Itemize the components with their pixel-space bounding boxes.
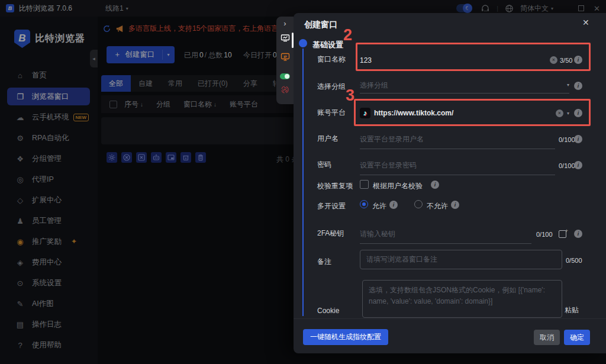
info-icon[interactable]: i	[574, 161, 582, 169]
otp-generate-icon[interactable]: +	[559, 230, 566, 238]
username-counter: 0/100	[559, 136, 575, 143]
rail-expand-chevron-icon[interactable]: ›	[276, 19, 294, 28]
section-progress-line	[302, 49, 304, 316]
annotation-step-2: 2	[343, 26, 352, 44]
app-window: B 比特浏览器 7.0.6 线路1▾ ☾ | 简体中文▾ ✕ B 比特浏览器 ◂…	[0, 0, 606, 364]
group-select-input[interactable]	[360, 81, 563, 89]
section-title: 基础设置	[312, 40, 343, 50]
section-step-dot	[299, 39, 307, 47]
dup-check-label: 校验重复项	[317, 181, 353, 191]
info-icon[interactable]: i	[389, 201, 398, 209]
cookie-label: Cookie	[317, 307, 339, 315]
password-field	[360, 155, 555, 175]
tfa-counter: 0/100	[536, 231, 553, 238]
remark-counter: 0/500	[566, 257, 582, 264]
rail-fingerprint-icon[interactable]	[276, 85, 294, 96]
info-icon[interactable]: i	[574, 230, 582, 238]
deny-radio[interactable]	[414, 200, 423, 208]
password-input[interactable]	[360, 161, 555, 169]
create-window-dialog: 创建窗口 ✕ 基础设置 窗口名称 × 3/50 i 选择分组 ▾ i 账号平台 …	[294, 13, 606, 353]
generate-fingerprint-button[interactable]: 一键随机生成指纹配置	[303, 329, 388, 345]
allow-label: 允许	[372, 201, 386, 211]
tfa-input[interactable]	[360, 230, 531, 238]
info-icon[interactable]: i	[574, 82, 582, 90]
cookie-textarea[interactable]	[362, 280, 562, 318]
chevron-down-icon[interactable]: ▾	[567, 82, 569, 88]
svg-text:IP: IP	[283, 55, 287, 59]
cancel-button[interactable]: 取消	[534, 330, 560, 345]
allow-radio[interactable]	[360, 200, 368, 208]
username-label: 用户名	[317, 134, 339, 144]
dup-check-option-label: 根据用户名校验	[373, 181, 423, 191]
password-counter: 0/100	[559, 162, 575, 169]
info-icon[interactable]: i	[431, 181, 439, 189]
password-label: 密码	[317, 160, 331, 170]
rail-proxy-ip-icon[interactable]: IP	[276, 52, 294, 64]
info-icon[interactable]: i	[574, 135, 582, 143]
tfa-label: 2FA秘钥	[317, 228, 344, 239]
remark-label: 备注	[317, 257, 331, 267]
confirm-button[interactable]: 确定	[564, 330, 590, 345]
info-icon[interactable]: i	[451, 201, 459, 209]
deny-label: 不允许	[427, 201, 448, 211]
dup-check-checkbox[interactable]	[360, 180, 369, 189]
tfa-field	[360, 224, 531, 244]
annotation-highlight-platform	[354, 99, 591, 126]
dialog-side-rail: › IP	[276, 17, 294, 104]
dialog-title: 创建窗口	[304, 20, 337, 30]
dialog-footer: 一键随机生成指纹配置 取消 确定	[294, 318, 606, 353]
username-input[interactable]	[360, 135, 555, 143]
annotation-highlight-window-name	[356, 43, 591, 71]
username-field	[360, 129, 555, 149]
rail-switch-toggle[interactable]	[276, 71, 294, 82]
group-select[interactable]: ▾	[360, 77, 569, 94]
rail-browser-window-icon[interactable]	[276, 33, 294, 45]
paste-button[interactable]: 粘贴	[565, 305, 579, 315]
platform-label: 账号平台	[317, 108, 346, 118]
annotation-step-3: 3	[346, 86, 354, 105]
dialog-close-icon[interactable]: ✕	[582, 18, 589, 27]
group-label: 选择分组	[317, 82, 346, 92]
window-name-label: 窗口名称	[317, 54, 346, 65]
multi-open-label: 多开设置	[317, 201, 346, 211]
remark-textarea[interactable]	[360, 250, 562, 269]
